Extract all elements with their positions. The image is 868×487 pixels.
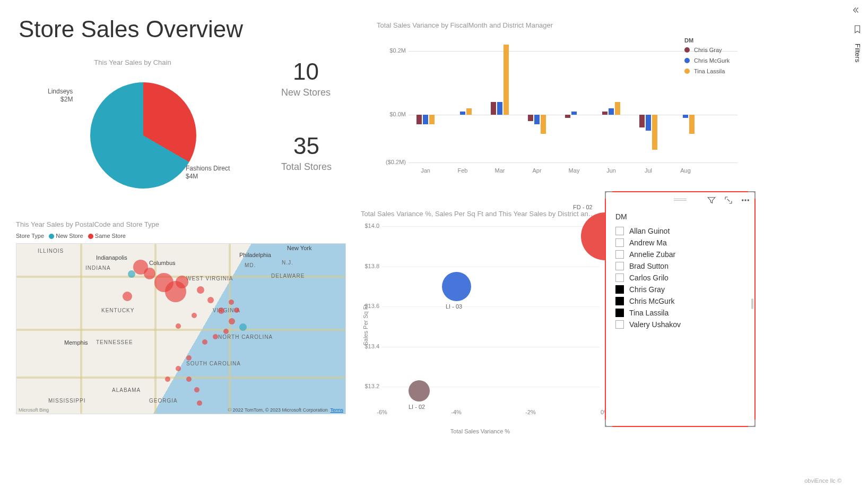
map-bubble [229,318,235,324]
scatter-ytick: $13.2 [361,383,379,389]
bubble-label: LI - 03 [446,303,462,310]
slicer-item-label: Chris McGurk [629,297,675,305]
map-bubble [165,377,170,382]
checkbox-icon[interactable] [615,285,624,294]
scatter-ytick: $13.4 [361,343,379,349]
svg-point-1 [745,200,746,201]
filter-icon[interactable] [707,195,716,205]
map-bubble [202,339,207,345]
map-terms-link[interactable]: Terms [331,407,344,413]
scatter-xlabel: Total Sales Variance % [361,428,600,434]
bar-xtick: Aug [672,167,699,174]
pie-graphic [90,82,196,189]
slicer-item[interactable]: Carlos Grilo [615,272,748,284]
checkbox-icon[interactable] [615,297,624,305]
bar-Mar-Tina Lassila [504,45,509,115]
map-bubble [194,387,199,392]
scatter-title: Total Sales Variance %, Sales Per Sq Ft … [361,210,600,218]
bar-ytick-mid: $0.0M [377,111,406,117]
bar-ytick-bot: ($0.2M) [377,159,406,165]
checkbox-icon[interactable] [615,274,624,282]
map-legend-label: Store Type [16,233,44,239]
map-bubble [176,323,181,329]
checkbox-icon[interactable] [615,262,624,270]
slicer-item-label: Carlos Grilo [629,274,669,282]
slicer-item[interactable]: Annelie Zubar [615,249,748,260]
map-state-label: MD. [245,262,256,268]
map-bubble [223,329,229,334]
scatter-chart[interactable]: Total Sales Variance %, Sales Per Sq Ft … [361,210,600,423]
scatter-ytick: $13.8 [361,263,379,269]
svg-point-2 [748,200,749,201]
checkbox-icon[interactable] [615,227,624,235]
map-bubble [176,366,181,371]
bing-logo: Microsoft Bing [19,407,49,413]
scatter-xtick: -2% [523,409,539,415]
scatter-ytick: $14.0 [361,223,379,229]
focus-mode-icon[interactable] [724,195,733,205]
bar-Jun-Chris Gray [602,112,607,115]
collapse-icon[interactable] [853,5,862,15]
slicer-item[interactable]: Chris Gray [615,284,748,295]
filters-pane-rail[interactable]: Filters [847,0,868,487]
kpi-total-stores-label: Total Stores [281,161,332,173]
slicer-item[interactable]: Andrew Ma [615,237,748,249]
filters-pane-label[interactable]: Filters [854,44,862,62]
dm-slicer[interactable]: DM Allan GuinotAndrew MaAnnelie ZubarBra… [605,191,756,427]
bar-xtick: Feb [449,167,476,174]
bar-legend: DM Chris Gray Chris McGurk Tina Lassila [684,37,730,79]
slicer-item[interactable]: Chris McGurk [615,295,748,307]
bar-chart[interactable]: Total Sales Variance by FiscalMonth and … [377,21,737,177]
legend-chris-mcgurk: Chris McGurk [694,57,730,64]
bar-Feb-Tina Lassila [466,108,472,115]
map-bubble [239,323,247,331]
map-state-label: N.J. [282,260,293,266]
pie-fd-name: Fashions Direct [186,165,230,173]
map-state-label: WEST VIRGINIA [186,276,233,281]
slicer-item[interactable]: Brad Sutton [615,260,748,272]
map-state-label: ILLINOIS [38,248,64,254]
scatter-xtick: -4% [448,409,464,415]
pie-lindseys-value: $2M [48,96,73,104]
drag-handle-icon[interactable] [674,199,687,202]
slicer-item[interactable]: Valery Ushakov [615,319,748,330]
slicer-scrollbar[interactable] [751,298,753,309]
page-title: Store Sales Overview [19,16,243,42]
slicer-item-label: Valery Ushakov [629,320,681,329]
map-city-label: Columbus [149,260,176,266]
slicer-item-label: Annelie Zubar [629,250,675,259]
map-bubble [128,270,135,278]
map-bubble [123,292,132,301]
map-bubble [192,313,197,318]
slicer-item[interactable]: Tina Lassila [615,307,748,319]
map-canvas[interactable]: Microsoft Bing © 2022 TomTom, © 2023 Mic… [16,243,346,414]
pie-title: This Year Sales by Chain [16,58,249,66]
pie-fd-value: $4M [186,173,230,181]
pie-chart[interactable]: This Year Sales by Chain Lindseys $2M Fa… [16,58,249,210]
map-bubble [218,307,224,314]
map-bubble [197,286,204,294]
bar-ytick-top: $0.2M [377,47,406,54]
bar-Apr-Chris McGurk [534,115,540,124]
map-state-label: GEORGIA [149,398,178,404]
bookmark-icon[interactable] [853,24,862,34]
checkbox-icon[interactable] [615,320,624,329]
more-options-icon[interactable] [741,195,750,205]
map-state-label: INDIANA [85,265,111,271]
slicer-item[interactable]: Allan Guinot [615,225,748,237]
bar-Jul-Chris Gray [639,115,645,127]
checkbox-icon[interactable] [615,238,624,247]
checkbox-icon[interactable] [615,309,624,317]
map-chart[interactable]: This Year Sales by PostalCode and Store … [16,220,345,414]
kpi-total-stores-value: 35 [281,133,332,159]
legend-chris-gray: Chris Gray [694,47,722,53]
kpi-total-stores: 35 Total Stores [281,133,332,173]
map-state-label: NORTH CAROLINA [218,334,273,340]
pie-lindseys-name: Lindseys [48,88,73,96]
map-state-label: ALABAMA [112,387,141,393]
bar-Mar-Chris McGurk [497,102,502,115]
checkbox-icon[interactable] [615,250,624,259]
bubble-LI - 03 [442,272,471,301]
slicer-item-label: Andrew Ma [629,238,667,247]
map-bubble [197,400,202,406]
